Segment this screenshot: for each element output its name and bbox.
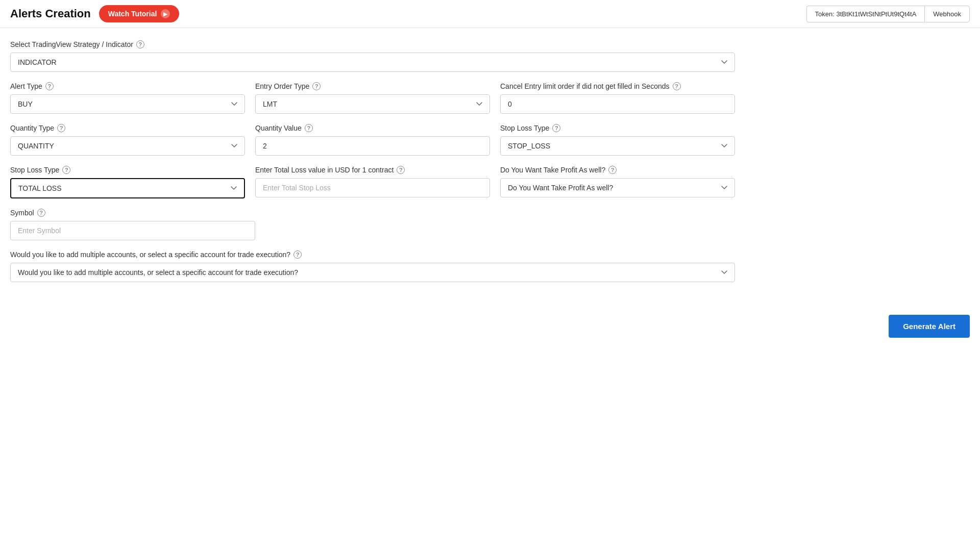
stop-loss-type2-help-icon[interactable]: ? (62, 166, 70, 174)
alert-type-label: Alert Type ? (10, 82, 245, 90)
take-profit-help-icon[interactable]: ? (608, 166, 617, 174)
row-quantity: Quantity Type ? QUANTITY Quantity Value … (10, 124, 735, 156)
symbol-help-icon[interactable]: ? (37, 209, 45, 217)
page-header: Alerts Creation Watch Tutorial ▶ Token: … (0, 0, 980, 28)
token-display: Token: 3tBtKt1tWtStNtPtUt9tQt4tA (806, 6, 925, 22)
main-content: Select TradingView Strategy / Indicator … (0, 28, 745, 305)
symbol-label: Symbol ? (10, 209, 255, 217)
quantity-type-help-icon[interactable]: ? (57, 124, 65, 132)
alert-type-col: Alert Type ? BUY (10, 82, 245, 114)
cancel-entry-col: Cancel Entry limit order if did not get … (500, 82, 735, 114)
symbol-input[interactable] (10, 221, 255, 240)
stop-loss-type-help-icon[interactable]: ? (552, 124, 560, 132)
total-loss-input[interactable] (255, 178, 490, 197)
generate-alert-button[interactable]: Generate Alert (889, 315, 970, 338)
stop-loss-type-select[interactable]: STOP_LOSS (500, 136, 735, 156)
stop-loss-type-col: Stop Loss Type ? STOP_LOSS (500, 124, 735, 156)
stop-loss-type2-select[interactable]: TOTAL LOSS (10, 178, 245, 198)
tradingview-help-icon[interactable]: ? (136, 40, 144, 48)
quantity-type-col: Quantity Type ? QUANTITY (10, 124, 245, 156)
watch-tutorial-button[interactable]: Watch Tutorial ▶ (99, 5, 180, 22)
tradingview-label: Select TradingView Strategy / Indicator … (10, 40, 735, 48)
webhook-button[interactable]: Webhook (924, 6, 970, 22)
row-total-loss: Stop Loss Type ? TOTAL LOSS Enter Total … (10, 166, 735, 198)
symbol-section: Symbol ? (10, 209, 255, 240)
stop-loss-type2-col: Stop Loss Type ? TOTAL LOSS (10, 166, 245, 198)
total-loss-help-icon[interactable]: ? (397, 166, 405, 174)
tutorial-label: Watch Tutorial (108, 10, 157, 18)
quantity-type-select[interactable]: QUANTITY (10, 136, 245, 156)
row-alert-entry: Alert Type ? BUY Entry Order Type ? LMT … (10, 82, 735, 114)
alert-type-help-icon[interactable]: ? (45, 82, 54, 90)
entry-order-help-icon[interactable]: ? (312, 82, 321, 90)
play-icon: ▶ (161, 9, 170, 18)
generate-btn-container: Generate Alert (0, 305, 980, 348)
take-profit-select[interactable]: Do You Want Take Profit As well? (500, 178, 735, 197)
tradingview-section: Select TradingView Strategy / Indicator … (10, 40, 735, 72)
alert-type-select[interactable]: BUY (10, 94, 245, 114)
take-profit-col: Do You Want Take Profit As well? ? Do Yo… (500, 166, 735, 198)
page-title: Alerts Creation (10, 7, 91, 20)
quantity-value-help-icon[interactable]: ? (305, 124, 313, 132)
total-loss-label: Enter Total Loss value in USD for 1 cont… (255, 166, 490, 174)
cancel-entry-input[interactable] (500, 94, 735, 114)
account-select[interactable]: Would you like to add multiple accounts,… (10, 263, 735, 282)
quantity-value-col: Quantity Value ? (255, 124, 490, 156)
quantity-value-input[interactable] (255, 136, 490, 156)
entry-order-select[interactable]: LMT (255, 94, 490, 114)
tradingview-select[interactable]: INDICATOR (10, 53, 735, 72)
entry-order-label: Entry Order Type ? (255, 82, 490, 90)
account-label: Would you like to add multiple accounts,… (10, 251, 735, 259)
stop-loss-type-label: Stop Loss Type ? (500, 124, 735, 132)
account-section: Would you like to add multiple accounts,… (10, 251, 735, 282)
quantity-type-label: Quantity Type ? (10, 124, 245, 132)
total-loss-col: Enter Total Loss value in USD for 1 cont… (255, 166, 490, 198)
quantity-value-label: Quantity Value ? (255, 124, 490, 132)
cancel-entry-label: Cancel Entry limit order if did not get … (500, 82, 735, 90)
entry-order-col: Entry Order Type ? LMT (255, 82, 490, 114)
stop-loss-type2-label: Stop Loss Type ? (10, 166, 245, 174)
account-help-icon[interactable]: ? (293, 251, 302, 259)
cancel-entry-help-icon[interactable]: ? (673, 82, 681, 90)
take-profit-label: Do You Want Take Profit As well? ? (500, 166, 735, 174)
header-left: Alerts Creation Watch Tutorial ▶ (10, 5, 179, 22)
header-right: Token: 3tBtKt1tWtStNtPtUt9tQt4tA Webhook (806, 6, 970, 22)
